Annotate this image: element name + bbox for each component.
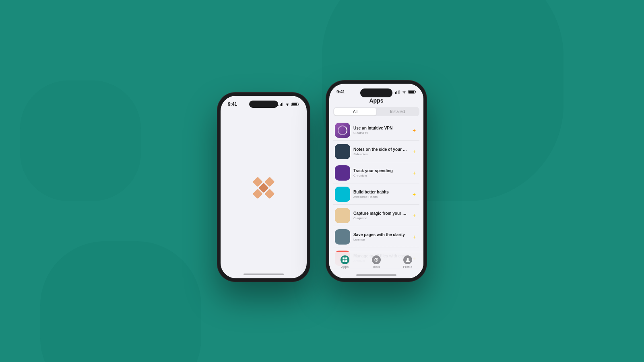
svg-point-4 [287,105,288,106]
svg-rect-6 [299,104,299,105]
apps-title: Apps [333,96,419,107]
svg-rect-0 [279,105,279,106]
svg-rect-16 [343,257,345,259]
dynamic-island-left [249,101,278,108]
app-name-track: Track your spending [353,169,407,173]
app-logo [247,171,281,205]
svg-rect-15 [409,91,414,93]
dynamic-island-right [360,88,392,97]
app-info-dark: Save pages with the clarity Luminar [353,232,407,241]
tab-bar: Apps Tools [329,252,423,270]
bg-decoration-2 [40,241,201,362]
profile-icon [405,257,410,262]
home-indicator-right [356,274,396,276]
app-icon-dark [335,229,350,245]
app-icon-track [335,165,350,181]
svg-rect-17 [345,257,347,259]
status-icons-right [395,90,416,94]
tab-apps-icon [341,255,349,264]
svg-point-22 [407,258,409,260]
app-info-habits: Build better habits Awesome Habits [353,190,407,199]
signal-icon-left [279,103,283,106]
app-subtitle-sidebar: Sideнotes [353,152,407,156]
app-subtitle-vpn: ClearVPN [353,131,407,135]
wifi-icon-right [402,90,407,94]
battery-icon-right [408,90,416,94]
wifi-icon-left [285,103,290,106]
splash-content [221,109,307,267]
app-subtitle-track: Chronicle [353,174,407,177]
app-info-vpn: Use an intuitive VPN ClearVPN [353,126,407,135]
svg-rect-7 [292,103,297,105]
segment-control[interactable]: All Installed [333,107,419,116]
app-subtitle-dark: Luminar [353,238,407,241]
app-subtitle-video: Claquette [353,216,407,220]
app-item-track[interactable]: Track your spending Chronicle + [333,163,419,183]
tab-profile[interactable]: Profile [403,255,412,269]
tab-tools[interactable]: Tools [372,255,381,269]
svg-rect-18 [343,260,345,262]
phone-left: 9:41 [217,93,310,282]
tab-profile-icon [403,255,412,264]
svg-rect-19 [345,260,347,262]
tab-tools-icon [372,255,381,264]
app-icon-vpn [335,123,350,138]
app-info-sidebar: Notes on the side of your screen Sideнot… [353,147,407,156]
app-name-dark: Save pages with the clarity [353,232,407,237]
tab-apps-label: Apps [341,265,349,269]
app-item-vpn[interactable]: Use an intuitive VPN ClearVPN + [333,120,419,141]
segment-installed[interactable]: Installed [376,108,419,115]
battery-icon-left [291,103,299,106]
phone-right: 9:41 [326,80,427,282]
svg-rect-2 [281,103,282,106]
phone-left-screen: 9:41 [221,96,307,278]
app-name-video: Capture magic from your videos [353,211,407,216]
tab-profile-label: Profile [403,265,412,269]
app-icon-habits [335,187,350,202]
signal-icon-right [395,90,400,94]
tab-tools-label: Tools [372,265,380,269]
app-icon-video [335,208,350,223]
svg-rect-10 [398,90,398,94]
tools-icon [374,257,379,262]
app-add-btn-sidebar[interactable]: + [411,148,418,155]
app-name-sidebar: Notes on the side of your screen [353,147,407,152]
home-indicator-left [244,274,284,275]
svg-rect-9 [396,91,397,94]
phone-right-screen: 9:41 [329,84,423,278]
app-subtitle-habits: Awesome Habits [353,195,407,199]
app-add-btn-dark[interactable]: + [411,233,418,241]
app-info-video: Capture magic from your videos Claquette [353,211,407,220]
bg-decoration-3 [20,80,141,201]
app-add-btn-track[interactable]: + [411,169,418,177]
app-icon-sidebar [335,144,350,159]
tab-apps[interactable]: Apps [341,255,349,269]
app-name-vpn: Use an intuitive VPN [353,126,407,130]
time-right: 9:41 [336,89,345,94]
app-info-track: Track your spending Chronicle [353,169,407,177]
app-add-btn-habits[interactable]: + [411,191,418,198]
app-item-habits[interactable]: Build better habits Awesome Habits + [333,184,419,205]
svg-point-21 [376,259,377,261]
phones-container: 9:41 [217,80,427,282]
time-left: 9:41 [228,101,237,107]
segment-all[interactable]: All [334,108,376,115]
app-add-btn-video[interactable]: + [411,212,418,219]
app-item-sidebar[interactable]: Notes on the side of your screen Sideнot… [333,142,419,162]
svg-rect-8 [395,92,396,94]
svg-rect-14 [415,91,416,93]
svg-rect-3 [282,103,283,106]
svg-rect-11 [399,90,400,94]
app-name-habits: Build better habits [353,190,407,194]
app-item-dark[interactable]: Save pages with the clarity Luminar + [333,227,419,247]
app-item-video[interactable]: Capture magic from your videos Claquette… [333,206,419,226]
svg-point-12 [404,93,405,93]
apps-page: Apps All Installed Use an intuitive VPN … [329,96,423,269]
svg-rect-1 [280,104,281,106]
status-icons-left [279,103,299,106]
grid-icon [343,257,347,262]
app-add-btn-vpn[interactable]: + [411,127,418,134]
